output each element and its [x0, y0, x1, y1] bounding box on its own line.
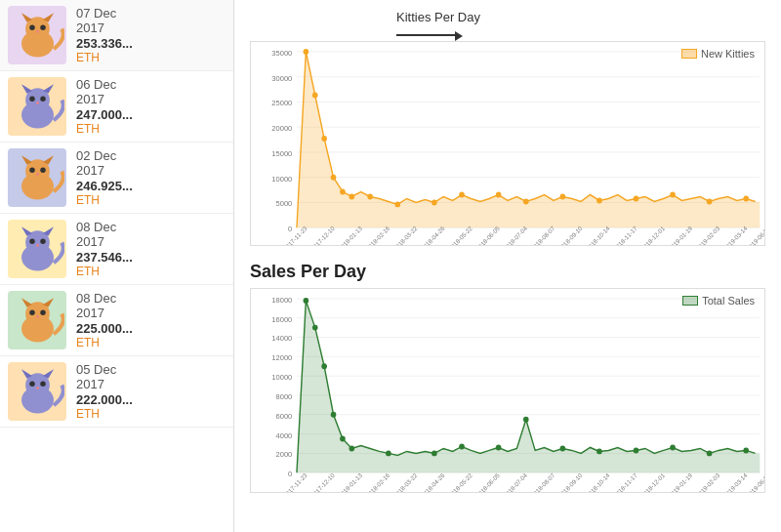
- kitties-legend-label: New Kitties: [701, 48, 755, 60]
- kitty-date: 08 Dec: [76, 291, 133, 306]
- kitty-year: 2017: [76, 234, 133, 249]
- svg-text:2018-06-05: 2018-06-05: [474, 471, 501, 492]
- kitties-svg: 35000 30000 25000 20000 15000 10000 5000…: [251, 42, 764, 245]
- svg-point-62: [331, 175, 337, 181]
- svg-text:2018-07-04: 2018-07-04: [502, 471, 528, 492]
- svg-text:2000: 2000: [276, 450, 293, 459]
- kitty-currency: ETH: [76, 336, 133, 349]
- kitty-currency: ETH: [76, 265, 133, 278]
- svg-point-32: [29, 309, 35, 315]
- svg-point-124: [459, 443, 465, 449]
- svg-point-128: [596, 448, 602, 454]
- svg-point-126: [523, 417, 529, 423]
- sales-legend-box: [682, 296, 698, 306]
- kitty-info: 05 Dec2017222.000...ETH: [76, 362, 133, 421]
- kitty-year: 2017: [76, 306, 133, 320]
- kitty-list-item[interactable]: 05 Dec2017222.000...ETH: [0, 356, 233, 428]
- kitty-avatar: [8, 291, 66, 349]
- svg-point-129: [634, 447, 639, 453]
- svg-point-66: [394, 201, 400, 207]
- kitty-list-item[interactable]: 07 Dec2017253.336...ETH: [0, 0, 233, 71]
- kitty-price: 247.000...: [76, 107, 133, 122]
- kitty-price: 222.000...: [76, 392, 133, 407]
- svg-point-26: [40, 238, 46, 244]
- svg-point-72: [596, 197, 602, 203]
- svg-point-71: [560, 194, 566, 200]
- sales-per-day-chart: Total Sales 18000 16000 14000 12000 10: [250, 288, 765, 493]
- kitty-avatar: [8, 77, 66, 136]
- svg-text:2018-08-07: 2018-08-07: [529, 471, 555, 492]
- svg-text:2017-11-23: 2017-11-23: [282, 471, 308, 492]
- svg-point-74: [670, 192, 676, 198]
- svg-point-130: [670, 444, 676, 450]
- kitty-date: 07 Dec: [76, 6, 133, 20]
- svg-text:30000: 30000: [271, 73, 292, 82]
- svg-text:2018-12-01: 2018-12-01: [639, 471, 666, 492]
- svg-text:12000: 12000: [271, 353, 292, 362]
- svg-text:10000: 10000: [271, 373, 292, 382]
- svg-point-18: [29, 167, 35, 173]
- kitty-currency: ETH: [76, 122, 133, 136]
- kitty-date: 05 Dec: [76, 362, 133, 377]
- svg-point-65: [367, 194, 373, 200]
- kitties-legend: New Kitties: [681, 48, 755, 60]
- svg-text:2019-02-03: 2019-02-03: [694, 471, 720, 492]
- svg-text:0: 0: [288, 225, 292, 233]
- kitty-price: 237.546...: [76, 250, 133, 265]
- svg-text:35000: 35000: [271, 49, 292, 58]
- svg-text:6000: 6000: [276, 412, 293, 421]
- kitty-date: 06 Dec: [76, 77, 133, 92]
- svg-point-39: [29, 381, 35, 387]
- svg-point-122: [386, 450, 391, 456]
- kitty-date: 02 Dec: [76, 148, 133, 163]
- kitty-list-item[interactable]: 02 Dec2017246.925...ETH: [0, 143, 233, 214]
- kitties-per-day-chart: New Kitties 35000 30000 25000 20: [250, 41, 765, 246]
- charts-panel: Kitties Per Day New Kitties: [234, 0, 781, 532]
- kitty-list-item[interactable]: 08 Dec2017237.546...ETH: [0, 214, 233, 285]
- svg-point-70: [523, 198, 529, 204]
- sales-chart-title: Sales Per Day: [250, 262, 765, 282]
- svg-text:2019-01-19: 2019-01-19: [667, 471, 693, 492]
- svg-text:2019-03-14: 2019-03-14: [722, 471, 749, 492]
- svg-point-118: [321, 363, 327, 369]
- kitty-price: 225.000...: [76, 321, 133, 336]
- svg-point-125: [496, 444, 502, 450]
- svg-point-25: [29, 238, 35, 244]
- svg-point-27: [36, 244, 39, 247]
- svg-text:14000: 14000: [271, 334, 292, 343]
- kitty-info: 06 Dec2017247.000...ETH: [76, 77, 133, 136]
- kitty-price: 246.925...: [76, 179, 133, 193]
- svg-point-4: [29, 24, 35, 30]
- kitty-year: 2017: [76, 163, 133, 178]
- svg-text:15000: 15000: [271, 149, 292, 158]
- svg-point-132: [743, 447, 749, 453]
- svg-point-19: [40, 167, 46, 173]
- svg-point-5: [40, 24, 46, 30]
- svg-text:18000: 18000: [271, 296, 292, 305]
- svg-point-120: [340, 436, 346, 442]
- svg-point-33: [40, 309, 46, 315]
- svg-point-6: [36, 30, 39, 33]
- svg-text:5000: 5000: [276, 199, 293, 208]
- kitty-currency: ETH: [76, 51, 133, 64]
- svg-text:4000: 4000: [276, 430, 293, 439]
- svg-point-20: [36, 173, 39, 176]
- kitty-list-item[interactable]: 08 Dec2017225.000...ETH: [0, 285, 233, 356]
- svg-point-75: [707, 198, 713, 204]
- svg-point-67: [432, 199, 437, 205]
- svg-text:2018-05-22: 2018-05-22: [447, 471, 473, 492]
- svg-text:2018-11-17: 2018-11-17: [612, 471, 638, 492]
- svg-point-63: [340, 189, 346, 195]
- svg-text:2018-03-22: 2018-03-22: [392, 471, 419, 492]
- svg-point-76: [743, 195, 749, 201]
- kitty-currency: ETH: [76, 193, 133, 207]
- svg-text:20000: 20000: [271, 124, 292, 133]
- kitties-per-day-section: Kitties Per Day New Kitties: [250, 10, 765, 246]
- kitty-info: 08 Dec2017237.546...ETH: [76, 220, 133, 278]
- svg-point-64: [349, 194, 355, 200]
- kitty-list-item[interactable]: 06 Dec2017247.000...ETH: [0, 71, 233, 143]
- svg-point-13: [36, 102, 39, 104]
- kitty-year: 2017: [76, 92, 133, 106]
- svg-point-68: [459, 192, 465, 198]
- svg-text:2018-10-14: 2018-10-14: [585, 471, 611, 492]
